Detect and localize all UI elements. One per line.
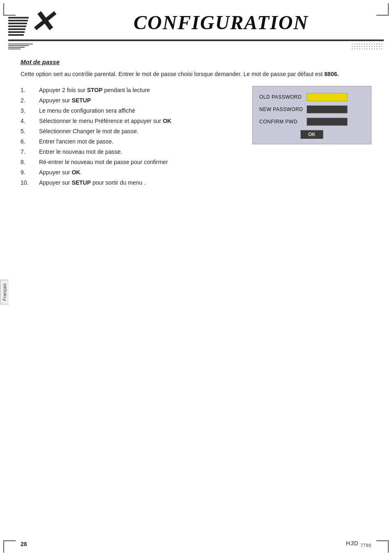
old-password-label: OLD PASSWORD — [259, 94, 307, 100]
step-text-7: Entrer le nouveau mot de passe. — [39, 148, 244, 156]
step-num-9: 9. — [21, 168, 39, 177]
step-text-3: Le menu de configuration sera affiché — [39, 107, 244, 115]
model-number: H3D 7790 — [346, 540, 371, 548]
page-footer: 28 H3D 7790 — [0, 540, 392, 548]
step-8: 8. Ré-entrer le nouveau mot de passe pou… — [21, 158, 244, 167]
step-num-7: 7. — [21, 148, 39, 156]
language-tab: Français — [0, 280, 9, 304]
step-num-5: 5. — [21, 127, 39, 136]
step-num-2: 2. — [21, 96, 39, 105]
step-9: 9. Appuyer sur OK. — [21, 168, 244, 177]
step-7: 7. Entrer le nouveau mot de passe. — [21, 148, 244, 156]
old-password-field — [307, 93, 348, 101]
step-num-3: 3. — [21, 107, 39, 115]
step-text-4: Sélectionner le menu Préférence et appuy… — [39, 117, 244, 125]
main-content: Mot de passe Cette option sert au contrô… — [0, 50, 392, 197]
step-10: 10. Appuyer sur SETUP pour sortir du men… — [21, 178, 244, 187]
step-4: 4. Sélectionner le menu Préférence et ap… — [21, 117, 244, 125]
step-text-9: Appuyer sur OK. — [39, 168, 244, 177]
step-6: 6. Entrer l'ancien mot de passe. — [21, 137, 244, 146]
x-logo: ✕ — [30, 7, 54, 37]
step-5: 5. Sélectionner Changer le mot de passe. — [21, 127, 244, 136]
new-password-field — [307, 105, 348, 114]
dotted-decoration — [351, 43, 384, 50]
ok-row: OK — [259, 130, 364, 139]
step-text-8: Ré-entrer le nouveau mot de passe pour c… — [39, 158, 244, 167]
step-num-4: 4. — [21, 117, 39, 125]
separator — [8, 39, 384, 50]
step-num-10: 10. — [21, 178, 39, 187]
step-num-8: 8. — [21, 158, 39, 167]
confirm-password-label: CONFIRM PWD — [259, 119, 307, 125]
logo-area: ✕ — [8, 7, 54, 37]
step-text-1: Appuyer 2 fois sur STOP pendant la lectu… — [39, 86, 244, 95]
confirm-password-field — [307, 118, 348, 126]
step-text-10: Appuyer sur SETUP pour sortir du menu . — [39, 178, 244, 187]
step-text-2: Appuyer sur SETUP — [39, 96, 244, 105]
lines-left-decoration — [8, 43, 41, 50]
page-number: 28 — [21, 541, 27, 547]
section-title: Mot de passe — [21, 58, 371, 65]
steps-image-container: 1. Appuyer 2 fois sur STOP pendant la le… — [21, 86, 371, 189]
step-num-6: 6. — [21, 137, 39, 146]
step-text-6: Entrer l'ancien mot de passe. — [39, 137, 244, 146]
new-password-row: NEW PASSWORD — [259, 105, 364, 114]
lines-decoration — [8, 17, 29, 37]
old-password-row: OLD PASSWORD — [259, 93, 364, 101]
new-password-label: NEW PASSWORD — [259, 107, 307, 112]
page-header: ✕ CONFIGURATION — [0, 0, 392, 37]
confirm-password-row: CONFIRM PWD — [259, 118, 364, 126]
step-num-1: 1. — [21, 86, 39, 95]
step-text-5: Sélectionner Changer le mot de passe. — [39, 127, 244, 136]
step-1: 1. Appuyer 2 fois sur STOP pendant la le… — [21, 86, 244, 95]
intro-paragraph: Cette option sert au contrôle parental. … — [21, 70, 371, 79]
ok-button[interactable]: OK — [300, 130, 323, 139]
step-2: 2. Appuyer sur SETUP — [21, 96, 244, 105]
step-3: 3. Le menu de configuration sera affiché — [21, 107, 244, 115]
steps-list: 1. Appuyer 2 fois sur STOP pendant la le… — [21, 86, 244, 189]
page-title: CONFIGURATION — [62, 11, 380, 34]
ui-mockup: OLD PASSWORD NEW PASSWORD CONFIRM PWD OK — [252, 86, 371, 144]
